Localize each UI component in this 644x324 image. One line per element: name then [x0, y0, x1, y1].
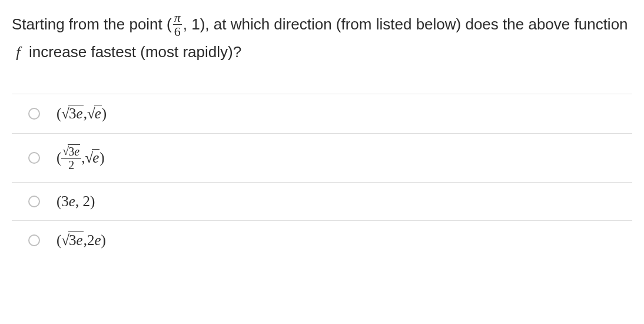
option-3[interactable]: (3e, 2) — [12, 183, 632, 221]
sqrt-icon: √e — [85, 149, 99, 167]
option-2[interactable]: (√3e2, √e) — [12, 134, 632, 183]
radio-icon — [28, 234, 40, 246]
sqrt-icon: √3e — [61, 232, 83, 249]
options-list: (√3e, √e) (√3e2, √e) (3e, 2) (√3e, 2e) — [12, 94, 632, 260]
function-f: f — [16, 44, 20, 61]
q-pre: Starting from the point ( — [12, 15, 172, 33]
option-2-label: (√3e2, √e) — [57, 144, 105, 171]
option-4-label: (√3e, 2e) — [57, 232, 106, 249]
q-mid: , 1), at which direction (from listed be… — [183, 15, 628, 33]
frac-pi-6: π6 — [173, 11, 182, 38]
option-1-label: (√3e, √e) — [57, 105, 107, 123]
frac-sqrt3e-2: √3e2 — [61, 144, 81, 171]
option-4[interactable]: (√3e, 2e) — [12, 221, 632, 260]
radio-icon — [28, 196, 40, 207]
q-post: increase fastest (most rapidly)? — [25, 43, 241, 61]
option-3-label: (3e, 2) — [57, 193, 95, 210]
sqrt-icon: √e — [87, 105, 102, 123]
option-1[interactable]: (√3e, √e) — [12, 94, 632, 134]
sqrt-icon: √3e — [61, 105, 83, 123]
radio-icon — [28, 152, 40, 164]
radio-icon — [28, 108, 40, 120]
question-text: Starting from the point (π6, 1), at whic… — [12, 12, 632, 65]
